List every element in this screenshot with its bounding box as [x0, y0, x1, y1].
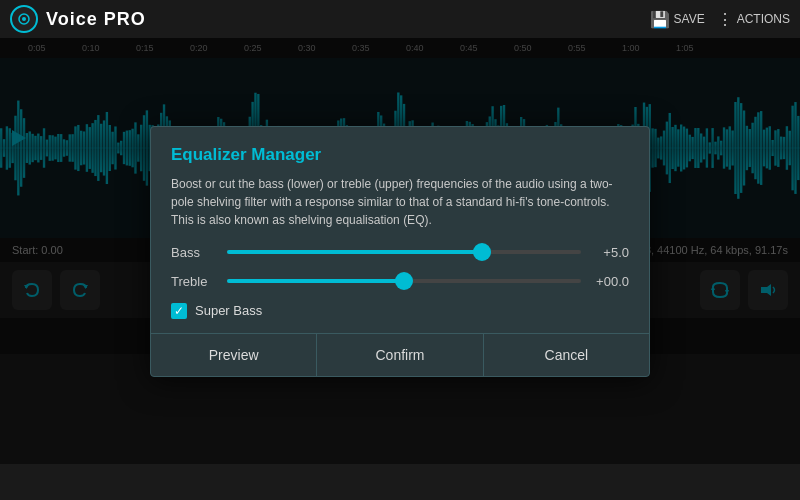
super-bass-checkbox[interactable]: ✓ — [171, 303, 187, 319]
modal-buttons: Preview Confirm Cancel — [151, 333, 649, 376]
bass-value: +5.0 — [591, 245, 629, 260]
eq-modal: Equalizer Manager Boost or cut the bass … — [150, 126, 650, 377]
treble-thumb[interactable] — [395, 272, 413, 290]
treble-label: Treble — [171, 274, 217, 289]
app-logo — [10, 5, 38, 33]
svg-point-1 — [22, 17, 26, 21]
cancel-button[interactable]: Cancel — [484, 334, 649, 376]
preview-button[interactable]: Preview — [151, 334, 317, 376]
bass-label: Bass — [171, 245, 217, 260]
treble-fill — [227, 279, 404, 283]
bass-fill — [227, 250, 482, 254]
bass-slider[interactable] — [227, 250, 581, 254]
super-bass-label: Super Bass — [195, 303, 262, 318]
super-bass-row: ✓ Super Bass — [171, 303, 629, 319]
eq-title: Equalizer Manager — [171, 145, 629, 165]
app-title: Voice PRO — [46, 9, 650, 30]
bass-slider-row: Bass +5.0 — [171, 245, 629, 260]
treble-value: +00.0 — [591, 274, 629, 289]
confirm-button[interactable]: Confirm — [317, 334, 483, 376]
eq-description: Boost or cut the bass (lower) or treble … — [171, 175, 629, 229]
top-actions: 💾 SAVE ⋮ ACTIONS — [650, 10, 790, 29]
top-bar: Voice PRO 💾 SAVE ⋮ ACTIONS — [0, 0, 800, 38]
bass-thumb[interactable] — [473, 243, 491, 261]
treble-slider-row: Treble +00.0 — [171, 274, 629, 289]
more-icon: ⋮ — [717, 10, 733, 29]
save-button[interactable]: 💾 SAVE — [650, 10, 705, 29]
treble-slider[interactable] — [227, 279, 581, 283]
save-icon: 💾 — [650, 10, 670, 29]
actions-button[interactable]: ⋮ ACTIONS — [717, 10, 790, 29]
modal-overlay: Equalizer Manager Boost or cut the bass … — [0, 38, 800, 464]
